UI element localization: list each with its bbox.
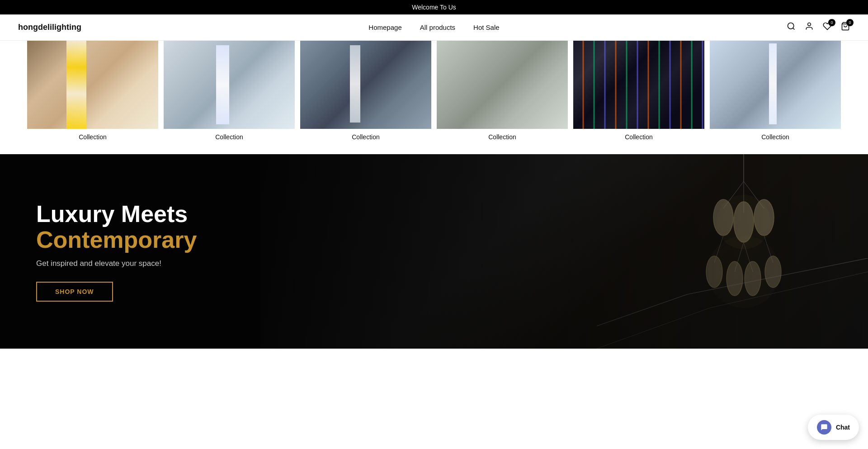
cart-icon[interactable]: 0 xyxy=(841,22,850,33)
collection-item-4[interactable]: Collection xyxy=(437,41,568,141)
hero-subtitle: Get inspired and elevate your space! xyxy=(36,259,197,268)
collection-item-1[interactable]: Collection xyxy=(27,41,158,141)
nav-hot-sale[interactable]: Hot Sale xyxy=(473,24,500,31)
wishlist-badge: 0 xyxy=(828,19,835,26)
collection-thumb-4 xyxy=(437,41,568,129)
account-icon[interactable] xyxy=(805,22,814,33)
header-icons: 0 0 xyxy=(787,22,850,33)
collection-thumb-6 xyxy=(710,41,841,129)
collection-thumb-5 xyxy=(573,41,704,129)
collection-item-5[interactable]: Collection xyxy=(573,41,704,141)
svg-line-1 xyxy=(793,28,795,30)
shop-now-button[interactable]: SHOP NOW xyxy=(36,282,113,302)
hero-section: Luxury Meets Contemporary Get inspired a… xyxy=(0,154,868,349)
collection-label-4: Collection xyxy=(437,133,568,141)
nav-homepage[interactable]: Homepage xyxy=(368,24,401,31)
collections-grid: Collection Collection Collection Collect… xyxy=(18,41,850,141)
hero-title-line1: Luxury Meets xyxy=(36,201,197,227)
collection-thumb-2 xyxy=(164,41,295,129)
collections-section: Collection Collection Collection Collect… xyxy=(0,41,868,154)
collection-thumb-1 xyxy=(27,41,158,129)
header: hongdelilighting Homepage All products H… xyxy=(0,14,868,41)
top-banner: Welcome To Us xyxy=(0,0,868,14)
collection-label-1: Collection xyxy=(27,133,158,141)
nav-all-products[interactable]: All products xyxy=(420,24,455,31)
svg-point-0 xyxy=(788,23,794,29)
wishlist-icon[interactable]: 0 xyxy=(823,22,832,33)
main-nav: Homepage All products Hot Sale xyxy=(368,24,499,31)
collection-thumb-3 xyxy=(300,41,431,129)
hero-content: Luxury Meets Contemporary Get inspired a… xyxy=(0,201,197,302)
banner-text: Welcome To Us xyxy=(412,4,456,11)
collection-label-6: Collection xyxy=(710,133,841,141)
hero-title-line2: Contemporary xyxy=(36,227,197,253)
collection-item-6[interactable]: Collection xyxy=(710,41,841,141)
collection-item-2[interactable]: Collection xyxy=(164,41,295,141)
collection-label-2: Collection xyxy=(164,133,295,141)
collection-label-5: Collection xyxy=(573,133,704,141)
cart-badge: 0 xyxy=(846,19,854,26)
svg-point-2 xyxy=(808,23,811,26)
search-icon[interactable] xyxy=(787,22,796,33)
collection-label-3: Collection xyxy=(300,133,431,141)
logo[interactable]: hongdelilighting xyxy=(18,23,81,32)
collection-item-3[interactable]: Collection xyxy=(300,41,431,141)
